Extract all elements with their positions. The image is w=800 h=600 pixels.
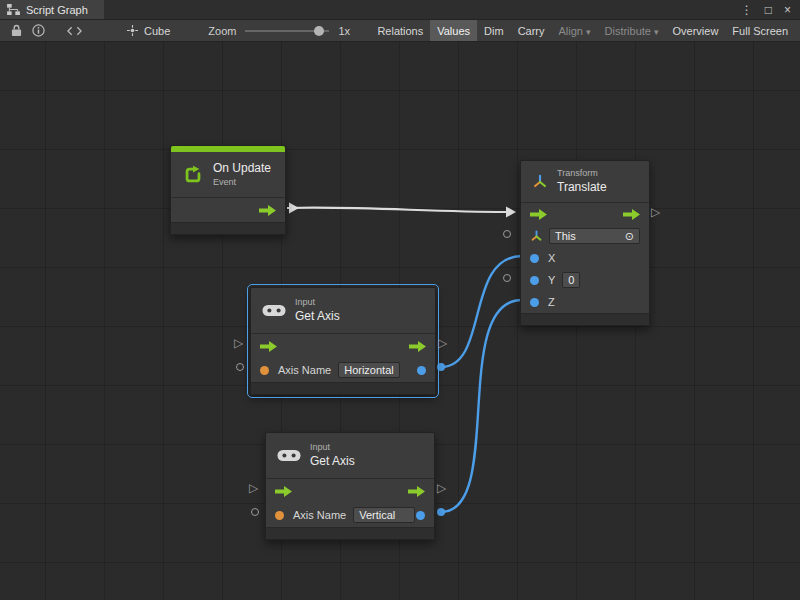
y-value-field[interactable]: 0 xyxy=(562,272,580,288)
axis-name-port-ring[interactable] xyxy=(251,508,259,516)
port-z[interactable] xyxy=(530,298,539,307)
graph-toolbar: Cube Zoom 1x Relations Values Dim Carry … xyxy=(0,20,800,42)
node-title: Translate xyxy=(557,180,607,196)
axis-name-label: Axis Name xyxy=(293,509,346,521)
flow-input-port[interactable] xyxy=(275,486,292,497)
flow-entry-port-icon[interactable]: ▷ xyxy=(234,337,243,349)
this-object-field[interactable]: This ⊙ xyxy=(549,228,640,244)
flow-input-port[interactable] xyxy=(260,341,277,352)
object-picker-icon[interactable]: ⊙ xyxy=(625,230,634,243)
wire-flow-update-to-translate[interactable] xyxy=(287,208,506,212)
tab-title: Script Graph xyxy=(26,4,88,16)
node-translate-header: Transform Translate xyxy=(521,161,649,203)
toolbar-button-label: Relations xyxy=(377,25,423,37)
code-view-button[interactable] xyxy=(63,22,85,40)
lock-icon xyxy=(11,24,22,37)
toolbar-button-carry[interactable]: Carry xyxy=(511,20,552,41)
window-menu-icon[interactable]: ⋮ xyxy=(741,4,753,16)
axis-name-port-ring[interactable] xyxy=(236,363,244,371)
zoom-label: Zoom xyxy=(208,25,236,37)
node-translate[interactable]: Transform Translate This xyxy=(520,160,650,326)
node-on-update[interactable]: On Update Event xyxy=(170,145,286,235)
toolbar-button-align[interactable]: Align ▾ xyxy=(552,20,598,41)
node-title: Get Axis xyxy=(310,454,355,470)
toolbar-button-dim[interactable]: Dim xyxy=(477,20,511,41)
port-y-label: Y xyxy=(548,274,555,286)
dropdown-caret-icon: ▾ xyxy=(586,27,591,37)
code-icon xyxy=(67,26,82,36)
toolbar-button-label: Full Screen xyxy=(732,25,788,37)
wire-vertical-to-z[interactable] xyxy=(441,300,522,512)
toolbar-button-label: Dim xyxy=(484,25,504,37)
gamepad-icon xyxy=(277,448,301,463)
axis-name-field[interactable]: Vertical xyxy=(353,507,415,523)
wire-endpoint-dot xyxy=(437,363,445,371)
flow-output-port[interactable] xyxy=(408,486,425,497)
axis-name-field[interactable]: Horizontal xyxy=(338,362,400,378)
script-graph-icon xyxy=(7,4,20,15)
node-category: Input xyxy=(295,297,340,309)
flow-continuation-port-icon[interactable]: ▷ xyxy=(651,206,660,218)
toolbar-button-label: Align xyxy=(559,25,583,37)
port-x-label: X xyxy=(548,252,555,264)
transform-icon xyxy=(532,174,548,190)
toolbar-button-label: Values xyxy=(437,25,470,37)
tab-script-graph[interactable]: Script Graph xyxy=(0,0,104,19)
flow-output-port[interactable] xyxy=(623,209,640,220)
node-subtitle: Event xyxy=(213,177,271,189)
toolbar-button-label: Overview xyxy=(673,25,719,37)
node-footer xyxy=(171,222,285,234)
toolbar-button-fullscreen[interactable]: Full Screen xyxy=(725,20,795,41)
graph-target-selector[interactable]: Cube xyxy=(119,25,178,37)
toolbar-button-label: Distribute xyxy=(605,25,651,37)
wire-endpoint-dot xyxy=(437,508,445,516)
node-on-update-header: On Update Event xyxy=(171,152,285,198)
node-get-axis-vertical-header: Input Get Axis xyxy=(266,433,434,479)
this-input-port-ring[interactable] xyxy=(503,230,511,238)
zoom-value: 1x xyxy=(338,25,350,37)
transform-mini-icon xyxy=(530,230,543,243)
node-get-axis-vertical[interactable]: Input Get Axis Axis Name Vertical xyxy=(265,432,435,540)
axis-name-input-port[interactable] xyxy=(275,511,284,520)
node-title: On Update xyxy=(213,161,271,177)
flow-input-port[interactable] xyxy=(530,209,547,220)
node-category: Transform xyxy=(557,168,607,180)
flow-output-port[interactable] xyxy=(259,205,276,216)
node-get-axis-horizontal-header: Input Get Axis xyxy=(251,288,435,334)
graph-canvas[interactable]: On Update Event Transform Transl xyxy=(0,42,800,600)
zoom-slider[interactable] xyxy=(245,25,329,37)
flow-entry-port-icon[interactable]: ▷ xyxy=(249,482,258,494)
lock-button[interactable] xyxy=(5,22,27,40)
node-title: Get Axis xyxy=(295,309,340,325)
info-icon xyxy=(32,24,45,37)
toolbar-button-values[interactable]: Values xyxy=(430,20,477,41)
dropdown-caret-icon: ▾ xyxy=(654,27,659,37)
y-input-port-ring[interactable] xyxy=(503,274,511,282)
maximize-icon[interactable]: □ xyxy=(765,4,772,16)
window-titlebar: Script Graph ⋮ □ × xyxy=(0,0,800,20)
flow-output-port[interactable] xyxy=(409,341,426,352)
target-icon xyxy=(127,25,138,36)
port-x[interactable] xyxy=(530,254,539,263)
target-label: Cube xyxy=(144,25,170,37)
toolbar-button-relations[interactable]: Relations xyxy=(370,20,430,41)
toolbar-button-distribute[interactable]: Distribute ▾ xyxy=(598,20,666,41)
toolbar-button-overview[interactable]: Overview xyxy=(666,20,726,41)
zoom-slider-handle[interactable] xyxy=(314,26,324,36)
flow-continuation-port-icon[interactable]: ▷ xyxy=(438,337,447,349)
port-z-label: Z xyxy=(548,296,555,308)
axis-name-input-port[interactable] xyxy=(260,366,269,375)
node-footer xyxy=(521,313,649,325)
info-button[interactable] xyxy=(27,22,49,40)
wire-flow-end-arrow-icon xyxy=(506,207,516,218)
wire-flow-start-arrow-icon xyxy=(289,203,299,214)
close-icon[interactable]: × xyxy=(784,4,791,16)
flow-continuation-port-icon[interactable]: ▷ xyxy=(437,482,446,494)
axis-value-output-port[interactable] xyxy=(416,511,425,520)
node-get-axis-horizontal[interactable]: Input Get Axis Axis Name Horizontal xyxy=(250,287,436,395)
axis-value-output-port[interactable] xyxy=(417,366,426,375)
port-y[interactable] xyxy=(530,276,539,285)
axis-name-label: Axis Name xyxy=(278,364,331,376)
wire-horizontal-to-x[interactable] xyxy=(441,256,522,367)
titlebar-spacer xyxy=(104,0,732,19)
